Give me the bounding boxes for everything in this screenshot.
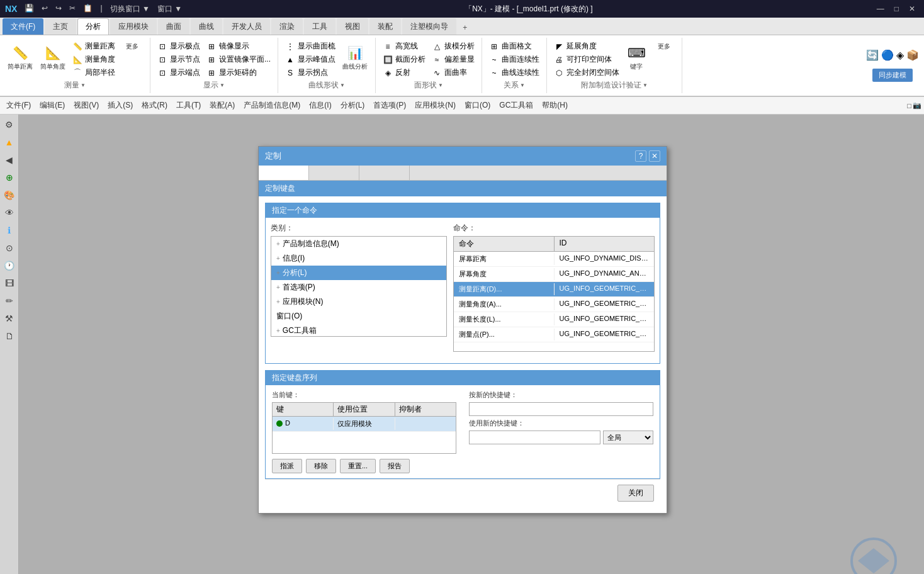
section-analysis-btn[interactable]: 🔲 截面分析 xyxy=(381,53,427,65)
scope-select[interactable]: 全局 仅应用模块 xyxy=(603,430,653,444)
reset-btn[interactable]: 重置... xyxy=(340,459,376,473)
menu-file[interactable]: 文件(F) xyxy=(3,98,35,113)
simple-distance-btn[interactable]: 📏 简单距离 xyxy=(5,40,35,79)
copy-icon[interactable]: 📋 xyxy=(81,3,95,16)
face-curvature-btn[interactable]: ∿ 面曲率 xyxy=(430,67,476,79)
menu-assembly[interactable]: 装配(A) xyxy=(206,98,239,113)
tab-tools[interactable]: 工具 xyxy=(304,18,335,35)
more-measure-btn[interactable]: 更多 xyxy=(120,40,145,79)
maximize-btn[interactable]: □ xyxy=(891,3,903,14)
assign-btn[interactable]: 指派 xyxy=(272,459,302,473)
switch-window-btn[interactable]: 切换窗口 ▼ xyxy=(108,3,152,16)
extend-angle-btn[interactable]: ◤ 延展角度 xyxy=(552,40,621,52)
show-nodes-btn[interactable]: ⊡ 显示节点 xyxy=(155,53,202,65)
menu-view[interactable]: 视图(V) xyxy=(70,98,103,113)
kbd-row-0[interactable]: D 仅应用模块 xyxy=(273,417,456,432)
menu-tools[interactable]: 工具(T) xyxy=(172,98,205,113)
sidebar-eye-icon[interactable]: 👁 xyxy=(2,205,17,220)
measure-angle-btn[interactable]: 📐 测量角度 xyxy=(70,53,117,65)
cat-item-4[interactable]: + 应用模块(N) xyxy=(271,295,446,309)
cat-item-1[interactable]: + 信息(I) xyxy=(271,251,446,266)
mirror-display-btn[interactable]: ⊞ 镜像显示 xyxy=(205,40,273,52)
printable-volume-btn[interactable]: 🖨 可打印空间体 xyxy=(552,53,621,65)
undo-icon[interactable]: ↩ xyxy=(39,3,50,16)
cmd-row-5[interactable]: 测量点(P)... UG_INFO_GEOMETRIC_ME... xyxy=(454,327,654,342)
minimize-btn[interactable]: — xyxy=(873,3,888,14)
customize-dialog[interactable]: 定制 ? ✕ 定制键盘 指定一个命令 xyxy=(258,146,667,514)
sidebar-plus-icon[interactable]: ⊕ xyxy=(2,170,17,185)
sidebar-up-icon[interactable]: ▲ xyxy=(2,135,17,150)
dialog-tab-1[interactable] xyxy=(259,166,309,180)
cmd-row-4[interactable]: 测量长度(L)... UG_INFO_GEOMETRIC_AR... xyxy=(454,312,654,327)
keyboard-btn[interactable]: ⌨ 键字 xyxy=(624,40,649,79)
sidebar-info-icon[interactable]: ℹ xyxy=(2,223,17,238)
measure-distance-btn[interactable]: 📏 测量距离 xyxy=(70,40,117,52)
show-surface-comb-btn[interactable]: ⋮ 显示曲面梳 xyxy=(283,40,337,52)
sidebar-nav-icon[interactable]: ◀ xyxy=(2,152,17,167)
menu-gc[interactable]: GC工具箱 xyxy=(495,98,537,113)
draft-analysis-btn[interactable]: △ 拔模分析 xyxy=(430,40,476,52)
tab-app[interactable]: 应用模块 xyxy=(110,18,157,35)
cat-item-5[interactable]: 窗口(O) xyxy=(271,309,446,324)
additive-group-label[interactable]: 附加制造设计验证 ▼ xyxy=(581,80,648,91)
dialog-tab-2[interactable] xyxy=(309,166,359,180)
tab-file[interactable]: 文件(F) xyxy=(3,18,43,35)
menu-appmod[interactable]: 应用模块(N) xyxy=(411,98,459,113)
sidebar-tool-icon[interactable]: ⚒ xyxy=(2,311,17,326)
sync-icon3[interactable]: ◈ xyxy=(896,49,904,61)
menu-edit[interactable]: 编辑(E) xyxy=(36,98,69,113)
tab-assembly[interactable]: 装配 xyxy=(369,18,401,35)
sidebar-film-icon[interactable]: 🎞 xyxy=(2,276,17,291)
menu-prefs[interactable]: 首选项(P) xyxy=(369,98,410,113)
relation-group-label[interactable]: 关系 ▼ xyxy=(504,80,525,91)
cat-item-2[interactable]: + 分析(L) xyxy=(271,266,446,280)
deviation-btn[interactable]: ≈ 偏差量显 xyxy=(430,53,476,65)
tab-add[interactable]: + xyxy=(458,21,472,35)
high-width-line-btn[interactable]: ≡ 高宽线 xyxy=(381,40,427,52)
cat-item-3[interactable]: + 首选项(P) xyxy=(271,280,446,295)
sidebar-clock-icon[interactable]: 🕐 xyxy=(2,258,17,273)
window-btn[interactable]: 窗口 ▼ xyxy=(155,3,184,16)
sync-icon1[interactable]: 🔄 xyxy=(866,49,879,61)
menu-pminfo[interactable]: 产品制造信息(M) xyxy=(240,98,304,113)
sidebar-doc-icon[interactable]: 🗋 xyxy=(2,329,17,344)
save-icon[interactable]: 💾 xyxy=(22,3,37,16)
sync-icon2[interactable]: 🔵 xyxy=(881,49,894,61)
close-dialog-btn[interactable]: 关闭 xyxy=(617,485,654,502)
sidebar-color-icon[interactable]: 🎨 xyxy=(2,188,17,203)
sidebar-settings-icon[interactable]: ⚙ xyxy=(2,117,17,132)
tab-analysis[interactable]: 分析 xyxy=(77,18,109,35)
menu-window[interactable]: 窗口(O) xyxy=(461,98,494,113)
show-inflect-btn[interactable]: S 显示拐点 xyxy=(283,67,337,79)
menu-help[interactable]: 帮助(H) xyxy=(538,98,572,113)
tab-surface[interactable]: 曲面 xyxy=(158,18,189,35)
dialog-tab-3[interactable] xyxy=(359,166,410,180)
menu-info[interactable]: 信息(I) xyxy=(305,98,335,113)
dialog-close-title-btn[interactable]: ✕ xyxy=(649,150,660,162)
tab-render[interactable]: 渲染 xyxy=(271,18,303,35)
reflect-btn[interactable]: ◈ 反射 xyxy=(381,67,427,79)
show-peak-btn[interactable]: ▲ 显示峰值点 xyxy=(283,53,337,65)
tab-curve[interactable]: 曲线 xyxy=(191,18,222,35)
cat-item-0[interactable]: + 产品制造信息(M) xyxy=(271,237,446,251)
cmd-row-1[interactable]: 屏幕角度 UG_INFO_DYNAMIC_ANGLE xyxy=(454,267,654,282)
face-shape-group-label[interactable]: 面形状 ▼ xyxy=(414,80,443,91)
measure-group-label[interactable]: 测量 ▼ xyxy=(64,80,86,91)
report-btn[interactable]: 报告 xyxy=(380,459,410,473)
simple-angle-btn[interactable]: 📐 简单角度 xyxy=(38,40,68,79)
menu-insert[interactable]: 插入(S) xyxy=(104,98,137,113)
show-poles-btn[interactable]: ⊡ 显示极点 xyxy=(155,40,202,52)
close-btn[interactable]: ✕ xyxy=(905,3,919,14)
window-controls[interactable]: — □ ✕ xyxy=(873,3,919,14)
new-key-input[interactable] xyxy=(469,402,653,416)
title-bar-icons[interactable]: 💾 ↩ ↪ ✂ 📋 | 切换窗口 ▼ 窗口 ▼ xyxy=(22,3,184,16)
curve-continuity-btn[interactable]: ~ 曲线连续性 xyxy=(487,67,541,79)
tab-home[interactable]: 主页 xyxy=(45,18,76,35)
show-obstacle-btn[interactable]: ⊞ 显示矩碍的 xyxy=(205,67,273,79)
display-group-label[interactable]: 显示 ▼ xyxy=(203,80,225,91)
dialog-help-btn[interactable]: ? xyxy=(635,150,646,162)
cmd-row-3[interactable]: 测量角度(A)... UG_INFO_GEOMETRIC_AN... xyxy=(454,297,654,312)
remove-btn[interactable]: 移除 xyxy=(306,459,336,473)
curve-analysis-btn[interactable]: 📊 曲线分析 xyxy=(340,40,370,79)
sidebar-circle-icon[interactable]: ⊙ xyxy=(2,240,17,256)
